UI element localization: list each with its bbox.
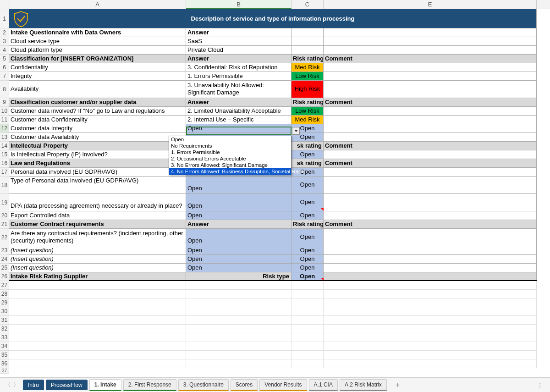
cell[interactable] [292, 290, 324, 298]
cell[interactable] [9, 333, 186, 342]
row-header[interactable]: 12 [0, 124, 9, 133]
cell[interactable] [324, 124, 537, 133]
risk-badge[interactable]: Open [292, 177, 324, 193]
cell[interactable] [9, 307, 186, 315]
cell[interactable] [186, 342, 292, 350]
cell[interactable]: Availability [9, 81, 186, 98]
cell[interactable] [324, 264, 537, 272]
cell[interactable]: 2. Limited Unavailability Acceptable [186, 107, 292, 115]
row-header[interactable]: 2 [0, 28, 9, 37]
row-header[interactable]: 14 [0, 142, 9, 150]
row-header[interactable]: 7 [0, 72, 9, 81]
cell[interactable]: Export Controlled data [9, 211, 186, 220]
cell[interactable] [292, 333, 324, 342]
cell[interactable]: Open [186, 255, 292, 263]
cell[interactable]: Customer data Confidentality [9, 116, 186, 124]
cell[interactable]: Answer [186, 220, 292, 228]
cell[interactable]: Answer [186, 55, 292, 63]
cell[interactable]: Law and Regulations [9, 159, 186, 167]
cell[interactable]: Risk type [186, 272, 292, 280]
cell[interactable]: Cloud service type [9, 37, 186, 45]
active-cell[interactable]: Open [186, 124, 292, 133]
cell[interactable] [186, 359, 292, 368]
row-header[interactable]: 26 [0, 272, 9, 281]
cell[interactable]: Open [186, 264, 292, 272]
risk-badge[interactable]: Open [292, 150, 324, 159]
cell[interactable] [292, 316, 324, 324]
cell[interactable] [324, 325, 537, 333]
row-header[interactable]: 35 [0, 351, 9, 359]
cell[interactable] [292, 37, 324, 45]
cell[interactable] [186, 298, 292, 307]
row-header[interactable]: 5 [0, 55, 9, 63]
cell[interactable]: Classification for [INSERT ORGANIZATION] [9, 55, 186, 63]
dropdown-option[interactable]: 3. No Errors Allowed: Significant Damage [169, 162, 291, 168]
cell[interactable]: Open [186, 229, 292, 246]
cell[interactable] [324, 72, 537, 80]
cell[interactable] [324, 290, 537, 298]
dropdown-list[interactable]: Open No Requirements 1. Errors Permissib… [169, 136, 292, 175]
row-header[interactable]: 21 [0, 220, 9, 229]
cell[interactable]: Customer data involved? If "No" go to La… [9, 107, 186, 115]
col-header-A[interactable]: A [9, 0, 186, 9]
risk-badge[interactable]: Open [292, 255, 324, 263]
row-header[interactable]: 3 [0, 37, 9, 46]
risk-badge[interactable]: Med Risk [292, 63, 324, 72]
risk-badge[interactable]: Low Risk [292, 72, 324, 80]
tab-intro[interactable]: Intro [23, 380, 44, 390]
cell[interactable]: (Insert question) [9, 255, 186, 263]
cell[interactable] [324, 316, 537, 324]
cell[interactable] [324, 37, 537, 45]
cell[interactable]: Are there any contractual requirements? … [9, 229, 186, 246]
cell[interactable] [324, 63, 537, 72]
row-header[interactable]: 22 [0, 229, 9, 246]
row-header[interactable]: 36 [0, 359, 9, 368]
cell[interactable]: DPA (data processing agreement) necessar… [9, 194, 186, 211]
cell[interactable]: Answer [186, 28, 292, 37]
row-header[interactable]: 18 [0, 177, 9, 194]
dropdown-option[interactable]: 2. Occasional Errors Acceptable [169, 155, 291, 162]
cell[interactable] [9, 290, 186, 298]
row-header[interactable]: 8 [0, 81, 9, 98]
cell[interactable] [324, 81, 537, 98]
cell[interactable] [324, 28, 537, 37]
cell[interactable] [9, 316, 186, 324]
tab-processflow[interactable]: ProcessFlow [46, 380, 88, 390]
row-header[interactable]: 29 [0, 298, 9, 307]
cell[interactable] [9, 359, 186, 368]
cell[interactable] [292, 28, 324, 37]
cell[interactable]: Cloud platform type [9, 46, 186, 54]
cell[interactable]: Comment [324, 142, 537, 150]
cell[interactable] [324, 298, 537, 307]
cell[interactable] [324, 177, 537, 193]
cell[interactable] [324, 359, 537, 368]
dropdown-option[interactable]: 1. Errors Permissible [169, 149, 291, 155]
cell[interactable]: Comment [324, 220, 537, 228]
row-header[interactable]: 10 [0, 107, 9, 116]
cell[interactable] [324, 211, 537, 220]
cell[interactable] [292, 342, 324, 350]
cell[interactable] [9, 298, 186, 307]
cell[interactable]: 3. Confidential: Risk of Reputation [186, 63, 292, 72]
cell[interactable]: Customer data Integrity [9, 124, 186, 133]
cell[interactable]: Private Cloud [186, 46, 292, 54]
cell[interactable]: Customer data Availability [9, 133, 186, 141]
cell[interactable]: sk rating [292, 159, 324, 167]
cell[interactable]: Risk rating [292, 55, 324, 63]
row-header[interactable]: 9 [0, 98, 9, 107]
row-header[interactable]: 24 [0, 255, 9, 264]
select-all-corner[interactable] [0, 0, 9, 9]
row-header[interactable]: 25 [0, 264, 9, 272]
risk-badge[interactable]: Open [292, 229, 324, 246]
row-header[interactable]: 17 [0, 168, 9, 177]
cell[interactable] [186, 316, 292, 324]
row-header[interactable]: 1 [0, 9, 9, 28]
cell[interactable] [324, 133, 537, 141]
cell[interactable]: SaaS [186, 37, 292, 45]
cell[interactable] [186, 307, 292, 315]
cell[interactable] [186, 351, 292, 359]
cell[interactable] [324, 281, 537, 289]
cell[interactable] [9, 342, 186, 350]
risk-badge[interactable]: Open [292, 272, 324, 280]
col-header-E[interactable]: E [324, 0, 537, 9]
